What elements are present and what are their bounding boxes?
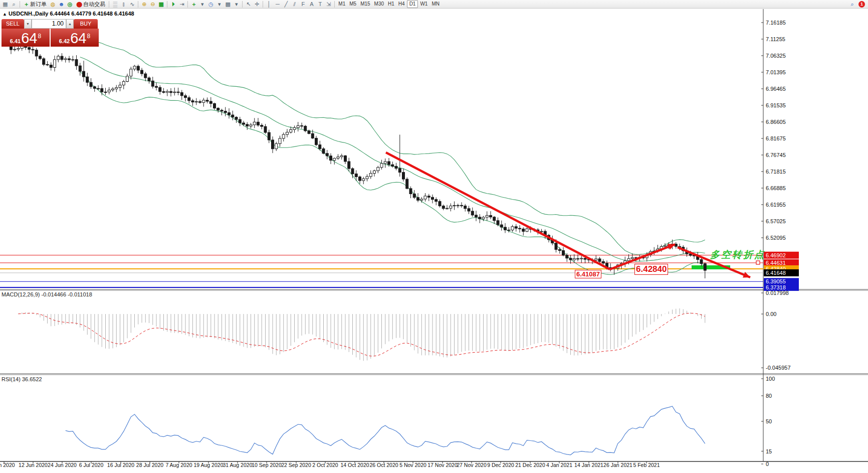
svg-text:2 Oct 2020: 2 Oct 2020 (312, 462, 338, 468)
svg-text:6.91535: 6.91535 (766, 102, 786, 108)
svg-text:19 Aug 2020: 19 Aug 2020 (194, 462, 224, 468)
svg-text:31 Aug 2020: 31 Aug 2020 (223, 462, 253, 468)
svg-text:12 Jun 2020: 12 Jun 2020 (19, 462, 48, 468)
svg-text:6.61955: 6.61955 (766, 202, 786, 208)
svg-text:14 Jan 2021: 14 Jan 2021 (574, 462, 603, 468)
turning-point-text[interactable]: 多空转折点 (710, 248, 765, 261)
svg-text:28 Jul 2020: 28 Jul 2020 (136, 462, 163, 468)
buy-price-sup: 8 (87, 33, 91, 40)
svg-text:6.46902: 6.46902 (766, 252, 786, 258)
sell-price-small: 6.41 (10, 38, 21, 44)
svg-text:6.39055: 6.39055 (766, 278, 786, 284)
svg-text:6.44631: 6.44631 (766, 260, 786, 266)
symbol-header: ▲USDCNH.,Daily 6.44464 6.44779 6.41648 6… (3, 11, 134, 17)
svg-text:16 Jul 2020: 16 Jul 2020 (107, 462, 134, 468)
svg-text:7.11255: 7.11255 (766, 36, 785, 42)
svg-text:5 Feb 2021: 5 Feb 2021 (633, 462, 660, 468)
collapse-arrow-icon[interactable]: ▲ (3, 12, 7, 17)
svg-text:6.57025: 6.57025 (766, 218, 786, 224)
svg-text:-0.045957: -0.045957 (766, 365, 791, 371)
svg-text:7 Aug 2020: 7 Aug 2020 (165, 462, 192, 468)
volume-decrease-button[interactable]: ▼ (24, 19, 32, 29)
svg-text:0.00: 0.00 (766, 311, 776, 317)
svg-text:7.16185: 7.16185 (766, 20, 786, 26)
sell-price-panel[interactable]: 6.41 64 8 (2, 29, 50, 47)
buy-price-big: 64 (70, 31, 86, 46)
sell-button[interactable]: SELL (2, 19, 24, 29)
svg-text:6.96465: 6.96465 (766, 86, 786, 92)
svg-text:6.76745: 6.76745 (766, 152, 786, 158)
svg-text:26 Oct 2020: 26 Oct 2020 (369, 462, 398, 468)
svg-text:6.81675: 6.81675 (766, 135, 786, 141)
sell-price-sup: 8 (38, 33, 42, 40)
svg-text:6.71815: 6.71815 (766, 169, 786, 175)
svg-text:0: 0 (766, 461, 769, 467)
svg-text:80: 80 (766, 393, 772, 399)
sell-price-big: 64 (21, 31, 37, 46)
svg-text:Jun 2020: Jun 2020 (0, 462, 15, 468)
svg-text:6.41648: 6.41648 (766, 270, 786, 276)
svg-text:10 Sep 2020: 10 Sep 2020 (252, 462, 282, 468)
svg-text:7.06325: 7.06325 (766, 53, 786, 59)
macd-header: MACD(12,26,9) -0.014466 -0.011018 (2, 291, 92, 297)
svg-text:27 Nov 2020: 27 Nov 2020 (457, 462, 487, 468)
svg-text:6.86605: 6.86605 (766, 119, 786, 125)
mt4-window: ▦ ⌕ ＋ 新订单 ◍ ☻ ◎ ⬤ 自动交易 𝄛 ⫾ ∿ ⊕ ⊖ ▦ ⏵ ⇥ ＋… (0, 0, 868, 473)
retrace-price-label[interactable]: 6.42840 (634, 264, 668, 275)
rsi-header: RSI(14) 36.6522 (2, 376, 42, 382)
buy-price-panel[interactable]: 6.42 64 8 (51, 29, 99, 47)
svg-text:4 Jan 2021: 4 Jan 2021 (546, 462, 572, 468)
svg-text:26 Jan 2021: 26 Jan 2021 (603, 462, 632, 468)
volume-increase-button[interactable]: ▲ (66, 19, 74, 29)
svg-text:6 Jul 2020: 6 Jul 2020 (79, 462, 104, 468)
symbol-ohlc-text: USDCNH.,Daily 6.44464 6.44779 6.41648 6.… (9, 11, 134, 17)
volume-input[interactable]: 1.00 (32, 19, 66, 29)
svg-text:0.017998: 0.017998 (766, 290, 789, 296)
buy-button[interactable]: BUY (74, 19, 98, 29)
chart-svg[interactable]: 7.161857.112557.063257.013956.964656.915… (0, 0, 868, 473)
buy-price-small: 6.42 (59, 38, 70, 44)
svg-text:6.52095: 6.52095 (766, 235, 786, 241)
svg-text:100: 100 (766, 376, 775, 382)
trendline-low-price-label[interactable]: 6.41087 (575, 270, 601, 278)
svg-text:22 Sep 2020: 22 Sep 2020 (281, 462, 311, 468)
svg-text:24 Jun 2020: 24 Jun 2020 (48, 462, 77, 468)
svg-text:6.66885: 6.66885 (766, 185, 786, 191)
svg-text:9 Dec 2020: 9 Dec 2020 (487, 462, 514, 468)
svg-text:21 Dec 2020: 21 Dec 2020 (515, 462, 545, 468)
svg-text:14 Oct 2020: 14 Oct 2020 (340, 462, 369, 468)
svg-text:5 Nov 2020: 5 Nov 2020 (399, 462, 426, 468)
svg-text:50: 50 (766, 418, 772, 424)
one-click-trading: SELL ▼ 1.00 ▲ BUY 6.41 64 8 6.42 64 8 (2, 19, 99, 47)
svg-text:7.01395: 7.01395 (766, 69, 786, 75)
svg-text:15: 15 (766, 448, 772, 454)
svg-text:17 Nov 2020: 17 Nov 2020 (427, 462, 458, 468)
